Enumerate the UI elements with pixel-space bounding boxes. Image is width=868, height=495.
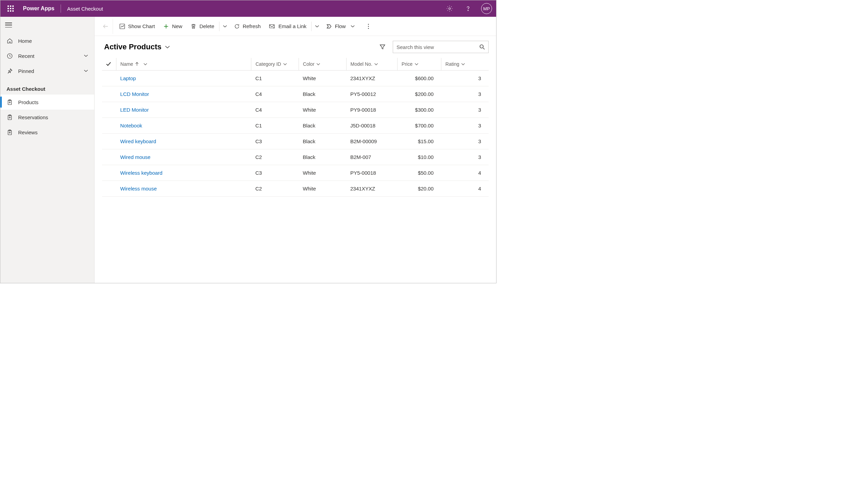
command-bar: Show Chart New Delete — [95, 17, 496, 36]
cell-model: PY9-00018 — [346, 102, 397, 118]
row-selector[interactable] — [102, 118, 116, 134]
record-link[interactable]: Notebook — [120, 123, 142, 128]
cell-price: $15.00 — [397, 134, 441, 149]
cell-model: 2341XYXZ — [346, 181, 397, 197]
sidebar: Home Recent Pinned Asset Checkout — [0, 17, 95, 283]
column-select-all[interactable] — [102, 58, 116, 71]
nav-pinned[interactable]: Pinned — [0, 63, 94, 78]
refresh-button[interactable]: Refresh — [230, 19, 265, 34]
cell-category: C2 — [251, 181, 299, 197]
column-header-rating[interactable]: Rating — [441, 58, 489, 71]
row-selector[interactable] — [102, 134, 116, 149]
sidebar-item-reservations[interactable]: Reservations — [0, 110, 94, 125]
view-selector[interactable]: Active Products — [104, 42, 170, 51]
new-label: New — [172, 23, 182, 29]
record-link[interactable]: Wireless mouse — [120, 186, 157, 191]
flow-button[interactable]: Flow — [322, 19, 359, 34]
svg-point-15 — [368, 26, 369, 27]
row-selector[interactable] — [102, 71, 116, 86]
delete-split-caret[interactable] — [220, 19, 230, 34]
row-selector[interactable] — [102, 102, 116, 118]
svg-point-0 — [449, 8, 451, 10]
overflow-button[interactable] — [363, 19, 374, 34]
email-link-button[interactable]: Email a Link — [265, 19, 311, 34]
table-row[interactable]: Wireless mouseC2White2341XYXZ$20.004 — [102, 181, 489, 197]
sidebar-item-label: Reviews — [18, 129, 38, 135]
cell-color: Black — [299, 118, 346, 134]
svg-point-17 — [480, 45, 483, 48]
filter-icon[interactable] — [377, 41, 388, 52]
record-link[interactable]: Wired keyboard — [120, 138, 156, 144]
cell-color: White — [299, 71, 346, 86]
clipboard-icon — [7, 129, 13, 135]
column-header-model[interactable]: Model No. — [346, 58, 397, 71]
app-title: Power Apps — [23, 5, 54, 12]
table-row[interactable]: Wired keyboardC3BlackB2M-00009$15.003 — [102, 134, 489, 149]
chart-icon — [119, 23, 125, 29]
cell-color: White — [299, 102, 346, 118]
cell-category: C1 — [251, 118, 299, 134]
row-selector[interactable] — [102, 86, 116, 102]
record-link[interactable]: Wireless keyboard — [120, 170, 162, 176]
sidebar-item-label: Reservations — [18, 114, 48, 120]
cell-color: Black — [299, 149, 346, 165]
pin-icon — [7, 68, 13, 74]
row-selector[interactable] — [102, 181, 116, 197]
record-link[interactable]: Wired mouse — [120, 154, 150, 160]
search-box[interactable] — [393, 41, 489, 53]
table-row[interactable]: Wired mouseC2BlackB2M-007$10.003 — [102, 149, 489, 165]
cell-rating: 3 — [441, 102, 489, 118]
delete-button[interactable]: Delete — [186, 19, 218, 34]
settings-icon[interactable] — [444, 3, 455, 14]
column-header-name[interactable]: Name — [116, 58, 251, 71]
app-launcher-icon[interactable] — [4, 2, 17, 15]
cell-category: C4 — [251, 86, 299, 102]
search-input[interactable] — [397, 44, 477, 50]
column-label: Name — [121, 61, 133, 67]
help-icon[interactable] — [463, 3, 474, 14]
hamburger-icon[interactable] — [5, 23, 12, 27]
table-row[interactable]: Wireless keyboardC3WhitePY5-00018$50.004 — [102, 165, 489, 181]
record-link[interactable]: Laptop — [120, 75, 136, 81]
column-header-color[interactable]: Color — [299, 58, 346, 71]
cell-color: White — [299, 181, 346, 197]
cell-category: C3 — [251, 165, 299, 181]
cell-model: J5D-00018 — [346, 118, 397, 134]
check-icon — [106, 62, 112, 66]
cell-model: B2M-00009 — [346, 134, 397, 149]
chevron-down-icon — [143, 63, 147, 65]
table-row[interactable]: NotebookC1BlackJ5D-00018$700.003 — [102, 118, 489, 134]
new-button[interactable]: New — [159, 19, 186, 34]
column-label: Model No. — [351, 61, 373, 67]
email-icon — [269, 23, 276, 29]
table-row[interactable]: LED MonitorC4WhitePY9-00018$300.003 — [102, 102, 489, 118]
table-row[interactable]: LaptopC1White2341XYXZ$600.003 — [102, 71, 489, 86]
svg-point-1 — [468, 10, 468, 11]
sidebar-item-reviews[interactable]: Reviews — [0, 125, 94, 140]
email-link-label: Email a Link — [278, 23, 306, 29]
column-header-price[interactable]: Price — [397, 58, 441, 71]
cell-name: Wired mouse — [116, 149, 251, 165]
email-split-caret[interactable] — [312, 19, 322, 34]
nav-recent[interactable]: Recent — [0, 48, 94, 63]
user-avatar[interactable]: MP — [481, 3, 492, 14]
column-label: Price — [402, 61, 413, 67]
back-button[interactable] — [98, 19, 113, 34]
nav-home[interactable]: Home — [0, 33, 94, 48]
cell-price: $600.00 — [397, 71, 441, 86]
row-selector[interactable] — [102, 149, 116, 165]
chevron-down-icon — [283, 63, 287, 65]
nav-section-title: Asset Checkout — [0, 78, 94, 95]
nav-recent-label: Recent — [18, 53, 35, 59]
view-title-text: Active Products — [104, 42, 162, 51]
record-link[interactable]: LED Monitor — [120, 107, 149, 113]
sidebar-item-products[interactable]: Products — [0, 95, 94, 110]
cell-color: Black — [299, 134, 346, 149]
record-link[interactable]: LCD Monitor — [120, 91, 149, 97]
table-row[interactable]: LCD MonitorC4BlackPY5-00012$200.003 — [102, 86, 489, 102]
column-header-category[interactable]: Category ID — [251, 58, 299, 71]
column-label: Color — [303, 61, 314, 67]
show-chart-button[interactable]: Show Chart — [115, 19, 159, 34]
row-selector[interactable] — [102, 165, 116, 181]
cell-rating: 3 — [441, 71, 489, 86]
